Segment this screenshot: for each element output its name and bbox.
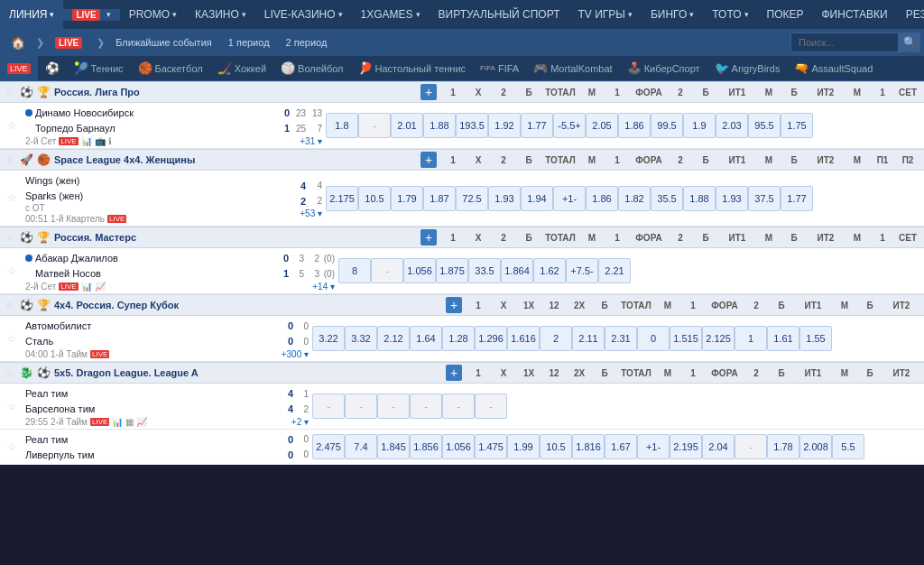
bar-icon[interactable]: 📊	[81, 136, 92, 146]
odd-rl-t[interactable]: 1.99	[507, 434, 540, 459]
odd-avto-1x[interactable]: 2.12	[377, 326, 410, 351]
sport-hockey[interactable]: 🏒 Хоккей	[210, 56, 273, 80]
odd-it2[interactable]: 95.5	[748, 113, 781, 138]
match-fav-avto[interactable]: ☆	[5, 333, 18, 345]
odd-wings-x[interactable]: 10.5	[358, 186, 391, 211]
nav-promo[interactable]: PROMO ▾	[120, 0, 186, 29]
odd-wings-it1[interactable]: 35.5	[651, 186, 683, 211]
nav-finstavki[interactable]: ФИНСТАВКИ	[812, 0, 896, 29]
more-wings[interactable]: +53 ▾	[300, 208, 322, 218]
sport-all[interactable]: LIVE	[0, 56, 38, 80]
sport-assault[interactable]: 🔫 AssaultSquad	[787, 56, 880, 80]
odd-wings-m2[interactable]: 1.88	[683, 186, 716, 211]
league-fav-4x4[interactable]: ☆	[4, 300, 16, 311]
odd-dj-t[interactable]: 33.5	[468, 258, 501, 283]
odd-wings-m3[interactable]: 1.77	[781, 186, 813, 211]
odd-rl-178[interactable]: 1.78	[767, 434, 799, 459]
sport-fifa[interactable]: FIFA FIFA	[473, 56, 526, 80]
match-fav-rb[interactable]: ☆	[5, 401, 18, 412]
bars-rb[interactable]: ▦	[125, 417, 134, 427]
odd-dj-2f[interactable]: 2.21	[598, 258, 631, 283]
sport-basketball[interactable]: 🏀 Баскетбол	[131, 56, 210, 80]
odd-b[interactable]: 1.88	[423, 113, 456, 138]
info-icon[interactable]: ℹ	[108, 136, 112, 146]
odd-avto-2x[interactable]: 1.28	[442, 326, 475, 351]
nav-kazino[interactable]: КАЗИНО ▾	[186, 0, 255, 29]
odd-rl-2008[interactable]: 2.008	[799, 434, 832, 459]
odd-rl-1f[interactable]: 1.816	[572, 434, 605, 459]
odd-dj-1[interactable]: 8	[338, 258, 371, 283]
odd-wings-f[interactable]: +1-	[553, 186, 586, 211]
odd-avto-t[interactable]: 1.616	[507, 326, 540, 351]
more-avto[interactable]: +300 ▾	[282, 349, 309, 359]
odd-rl-2x[interactable]: 1.056	[442, 434, 475, 459]
nav-virtual[interactable]: ВИРТУАЛЬНЫЙ СПОРТ	[430, 0, 569, 29]
sport-soccer[interactable]: ⚽	[38, 56, 67, 80]
sport-cyber[interactable]: 🕹️ КиберСпорт	[620, 56, 707, 80]
nav-tv[interactable]: TV ИГРЫ ▾	[569, 0, 642, 29]
subnav-live[interactable]: LIVE	[48, 29, 93, 56]
odd-rl-2195[interactable]: 2.195	[670, 434, 702, 459]
odd-it1[interactable]: 99.5	[651, 113, 683, 138]
subnav-blizhayshie[interactable]: Ближайшие события	[108, 29, 219, 56]
league-plus-btn-space[interactable]: +	[420, 152, 437, 168]
nav-poker[interactable]: ПОКЕР	[758, 0, 813, 29]
league-fav-star[interactable]: ☆	[4, 87, 16, 98]
search-button[interactable]: 🔍	[899, 32, 920, 52]
league-fav-dragon[interactable]: ☆	[4, 367, 16, 379]
odd-avto-it1[interactable]: 1.515	[670, 326, 702, 351]
odd-rl-b[interactable]: 1.475	[475, 434, 507, 459]
more-link[interactable]: +31 ▾	[300, 136, 322, 146]
odd-avto-it2[interactable]: 1.55	[799, 326, 832, 351]
league-plus-btn[interactable]: +	[420, 84, 437, 100]
odd-avto-12[interactable]: 1.64	[410, 326, 442, 351]
odd-wings-b[interactable]: 1.87	[423, 186, 456, 211]
odd-wings-t[interactable]: 72.5	[456, 186, 488, 211]
odd-dj-f[interactable]: +7.5-	[566, 258, 598, 283]
odd-dj-m[interactable]: 1.864	[501, 258, 533, 283]
odd-avto-1m[interactable]: 1	[735, 326, 767, 351]
sport-tennis[interactable]: 🎾 Теннис	[67, 56, 131, 80]
odd-rl-204[interactable]: 2.04	[702, 434, 735, 459]
odd-rl-12[interactable]: 1.856	[410, 434, 442, 459]
odd-avto-f[interactable]: 2.31	[605, 326, 637, 351]
odd-avto-1f[interactable]: 2.11	[572, 326, 605, 351]
nav-1xgames[interactable]: 1XGAMES ▾	[352, 0, 430, 29]
match-fav-star-wings[interactable]: ☆	[5, 192, 18, 204]
league-plus-4x4[interactable]: +	[446, 297, 462, 313]
odd-m2[interactable]: 1.9	[683, 113, 716, 138]
more-rb[interactable]: +2 ▾	[291, 417, 309, 427]
odd-wings-b3[interactable]: 1.93	[716, 186, 748, 211]
odd-dj-1f[interactable]: 1.62	[533, 258, 566, 283]
odd-rl-1[interactable]: 2.475	[312, 434, 345, 459]
odd-wings-2f[interactable]: 1.86	[586, 186, 618, 211]
odd-wings-it2[interactable]: 37.5	[748, 186, 781, 211]
odd-avto-it1b[interactable]: 2.125	[702, 326, 735, 351]
odd-avto-b[interactable]: 1.296	[475, 326, 507, 351]
match-fav-rl[interactable]: ☆	[5, 441, 18, 453]
odd-rl-x[interactable]: 7.4	[345, 434, 377, 459]
nav-result[interactable]: РЕЗУЛ	[897, 0, 924, 29]
sport-volleyball[interactable]: 🏐 Волейбол	[273, 56, 351, 80]
odd-2f[interactable]: 2.05	[586, 113, 618, 138]
odd-dj-b[interactable]: 1.875	[436, 258, 468, 283]
odd-avto-m[interactable]: 2	[540, 326, 572, 351]
odd-2[interactable]: 2.01	[391, 113, 423, 138]
odd-b3[interactable]: 2.03	[716, 113, 748, 138]
odd-fora[interactable]: -5.5+	[553, 113, 586, 138]
league-fav-star-masters[interactable]: ☆	[4, 232, 16, 244]
nav-live[interactable]: LIVE ▾	[63, 9, 119, 21]
nav-live-kazino[interactable]: LIVE-КАЗИНО ▾	[255, 0, 352, 29]
odd-rl-f[interactable]: 1.67	[605, 434, 637, 459]
odd-total[interactable]: 193.5	[456, 113, 488, 138]
odd-avto-1[interactable]: 3.22	[312, 326, 345, 351]
search-input[interactable]	[790, 32, 899, 52]
odd-wings-1f[interactable]: 1.94	[521, 186, 553, 211]
odd-wings-m[interactable]: 1.93	[488, 186, 521, 211]
nav-toto[interactable]: ТОТО ▾	[703, 0, 757, 29]
league-fav-star-space[interactable]: ☆	[4, 154, 16, 166]
league-plus-dragon[interactable]: +	[446, 365, 462, 381]
odd-1f[interactable]: 1.77	[521, 113, 553, 138]
odd-m3[interactable]: 1.75	[781, 113, 813, 138]
tv-icon[interactable]: 📺	[95, 136, 106, 146]
